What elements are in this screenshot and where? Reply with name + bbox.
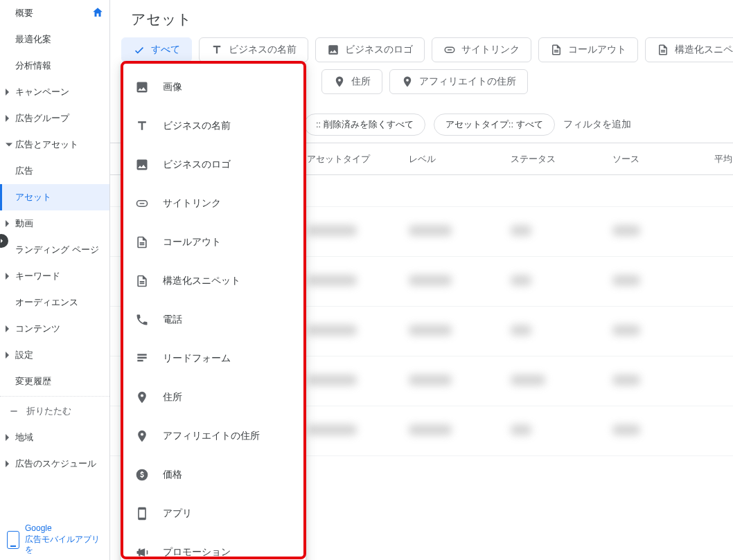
dd-item-label: アフィリエイトの住所 [163,430,260,442]
dd-item-image[interactable]: 画像 [121,68,306,107]
sidebar-item-keywords[interactable]: キーワード [0,263,109,289]
sidebar-item-assets[interactable]: アセット [0,184,109,210]
snippet-icon [657,44,669,56]
mobile-promo-line1: Google [25,523,103,534]
text-icon [211,44,223,56]
chip-business-name[interactable]: ビジネスの名前 [199,37,308,62]
sidebar-item-changehistory[interactable]: 変更履歴 [0,368,109,395]
table-header-cell[interactable]: ソース [612,153,714,165]
dd-item-affiliate-location[interactable]: アフィリエイトの住所 [121,417,306,455]
filter-assettype[interactable]: アセットタイプ:: すべて [434,114,555,136]
phone-icon [7,531,19,549]
dd-item-app[interactable]: アプリ [121,494,306,533]
filter-label: アセットタイプ:: すべて [445,118,543,131]
table-header-cell[interactable]: アセットタイプ [307,153,409,165]
dd-item-label: 価格 [163,469,182,481]
filter-status[interactable]: :: 削除済みを除くすべて [304,114,425,136]
sidebar-item-adgroups[interactable]: 広告グループ [0,105,109,132]
mobile-promo-line2: 広告モバイルアプリを [25,534,103,556]
table-header-cell[interactable]: レベル [409,153,511,165]
sidebar-item-ads[interactable]: 広告 [0,158,109,184]
sidebar-item-label: 分析情報 [15,60,51,72]
asset-type-chips-row-1: すべて ビジネスの名前 ビジネスのロゴ サイトリンク コールアウト 構造化スニペ… [110,35,733,65]
pin-icon [333,75,346,88]
dd-item-location[interactable]: 住所 [121,378,306,417]
dd-item-label: 画像 [163,81,182,93]
sidebar-item-audiences[interactable]: オーディエンス [0,289,109,316]
check-icon [133,44,145,56]
table-header-cell[interactable]: 平均 [714,153,733,165]
sidebar-item-label: 概要 [15,7,33,19]
sidebar-item-settings[interactable]: 設定 [0,342,109,368]
dd-item-sitelink[interactable]: サイトリンク [121,184,306,223]
sidebar-collapse[interactable]: 折りたたむ [0,398,109,424]
link-icon [443,44,456,56]
sidebar-item-campaigns[interactable]: キャンペーン [0,79,109,105]
chip-all[interactable]: すべて [121,37,192,62]
image-icon [135,158,149,172]
sidebar-item-landing[interactable]: ランディング ページ [0,237,109,263]
chip-structured-snippet[interactable]: 構造化スニペット [645,37,733,62]
sidebar-item-label: コンテンツ [15,323,60,335]
sidebar-item-label: 設定 [15,349,33,361]
sidebar-item-ads-assets[interactable]: 広告とアセット [0,132,109,158]
sidebar-item-label: キャンペーン [15,86,69,98]
dd-item-promotion[interactable]: プロモーション [121,533,306,560]
sidebar-item-locations[interactable]: 地域 [0,424,109,451]
dd-item-label: ビジネスのロゴ [163,159,231,171]
dd-item-label: 電話 [163,314,182,326]
snippet-icon [550,44,563,56]
add-filter[interactable]: フィルタを追加 [563,118,631,131]
sidebar-item-label: オーディエンス [15,296,78,309]
sidebar-item-overview[interactable]: 概要 [0,0,109,26]
dd-item-callout[interactable]: コールアウト [121,223,306,262]
chip-label: 構造化スニペット [675,44,733,56]
sidebar-item-insights[interactable]: 分析情報 [0,53,109,79]
sidebar-item-label: 動画 [15,217,33,230]
chip-business-logo[interactable]: ビジネスのロゴ [315,37,425,62]
pin-icon [135,390,149,404]
dd-item-phone[interactable]: 電話 [121,300,306,339]
chip-callout[interactable]: コールアウト [538,37,638,62]
dd-item-label: 住所 [163,391,182,404]
pin-icon [401,75,414,88]
chip-label: すべて [151,44,180,56]
sidebar-item-schedule[interactable]: 広告のスケジュール [0,451,109,477]
table-header-cell[interactable]: ステータス [511,153,612,165]
dd-item-business-name[interactable]: ビジネスの名前 [121,107,306,145]
sidebar-item-label: 変更履歴 [15,375,51,388]
chip-label: ビジネスの名前 [229,44,297,56]
chip-sitelink[interactable]: サイトリンク [432,37,531,62]
text-icon [135,119,149,133]
dd-item-label: ビジネスの名前 [163,120,231,132]
dd-item-label: アプリ [163,507,192,520]
app-icon [135,507,149,521]
sidebar-item-contents[interactable]: コンテンツ [0,316,109,342]
dd-item-price[interactable]: 価格 [121,455,306,494]
dd-item-label: コールアウト [163,236,221,249]
dd-item-structured-snippet[interactable]: 構造化スニペット [121,262,306,300]
chip-location[interactable]: 住所 [321,69,382,94]
snippet-icon [135,235,149,249]
page-title: アセット [110,0,733,35]
promo-icon [135,545,149,559]
pin-icon [135,429,149,443]
sidebar-item-video[interactable]: 動画 [0,210,109,237]
phone-icon [135,313,149,327]
image-icon [135,80,149,94]
dd-item-leadform[interactable]: リードフォーム [121,339,306,378]
chip-label: 住所 [351,75,371,88]
sidebar-item-label: 最適化案 [15,33,51,46]
sidebar-item-label: アセット [15,191,51,204]
sidebar-item-label: 広告 [15,165,33,177]
chip-label: サイトリンク [461,44,520,56]
dd-item-label: 構造化スニペット [163,275,240,287]
chip-label: コールアウト [568,44,626,56]
asset-type-dropdown: 画像 ビジネスの名前 ビジネスのロゴ サイトリンク コールアウト 構造化スニペッ… [121,62,306,560]
chip-label: アフィリエイトの住所 [419,75,516,88]
mobile-app-promo[interactable]: Google 広告モバイルアプリを [0,519,109,560]
dd-item-business-logo[interactable]: ビジネスのロゴ [121,145,306,184]
sidebar-item-recommendations[interactable]: 最適化案 [0,26,109,53]
home-icon [91,6,104,21]
chip-affiliate-location[interactable]: アフィリエイトの住所 [389,69,528,94]
